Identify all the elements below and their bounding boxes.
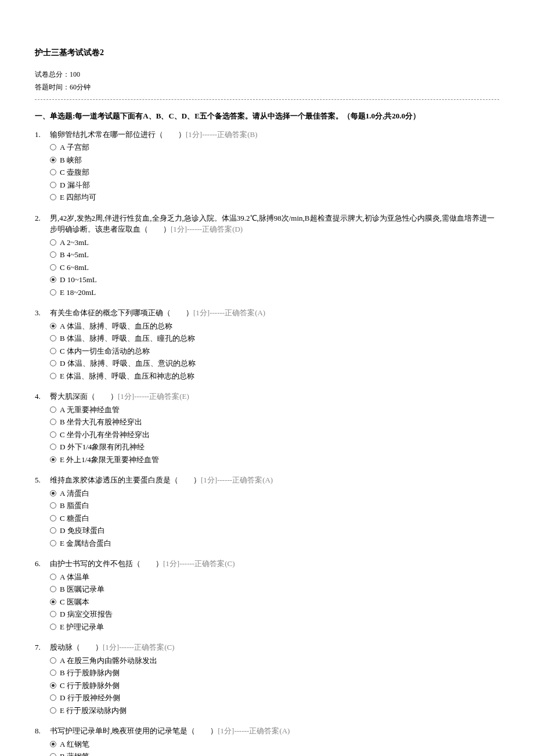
option[interactable]: A 子宫部 [50,142,499,153]
exam-title: 护士三基考试试卷2 [35,46,499,59]
option-label: B 蓝钢笔 [60,751,89,756]
option[interactable]: A 在股三角内由髂外动脉发出 [50,655,499,667]
option-label: A 2~3mL [60,237,89,249]
option[interactable]: D 10~15mL [50,274,499,286]
option[interactable]: A 红钢笔 [50,739,499,750]
radio-icon[interactable] [50,682,56,689]
question-stem: 书写护理记录单时,晚夜班使用的记录笔是（ ） [50,726,218,735]
option[interactable]: C 壶腹部 [50,167,499,178]
points-label: [1分] [218,726,234,735]
radio-icon[interactable] [50,694,56,701]
option[interactable]: A 无重要神经血管 [50,404,499,416]
radio-icon[interactable] [50,431,56,438]
radio-icon[interactable] [50,157,56,163]
option-label: C 体内一切生命活动的总称 [60,345,150,357]
option[interactable]: B 体温、脉搏、呼吸、血压、瞳孔的总称 [50,333,499,344]
question: 4.臀大肌深面（ ）[1分]------正确答案(E)A 无重要神经血管B 坐骨… [35,391,499,466]
radio-icon[interactable] [50,527,56,534]
radio-icon[interactable] [50,264,56,271]
radio-icon[interactable] [50,348,56,354]
option[interactable]: C 行于股静脉外侧 [50,680,499,692]
radio-icon[interactable] [50,515,56,521]
radio-icon[interactable] [50,194,56,200]
option[interactable]: B 脂蛋白 [50,500,499,512]
option[interactable]: E 体温、脉搏、呼吸、血压和神志的总称 [50,370,499,382]
option[interactable]: B 峡部 [50,154,499,166]
correct-answer-label: ------正确答案(A) [210,308,265,317]
radio-icon[interactable] [50,289,56,296]
option[interactable]: B 行于股静脉内侧 [50,667,499,679]
option[interactable]: B 坐骨大孔有股神经穿出 [50,416,499,428]
radio-icon[interactable] [50,335,56,341]
option[interactable]: B 医嘱记录单 [50,584,499,595]
radio-icon[interactable] [50,707,56,714]
radio-icon[interactable] [50,490,56,496]
option[interactable]: D 病室交班报告 [50,609,499,620]
radio-icon[interactable] [50,586,56,592]
radio-icon[interactable] [50,239,56,246]
option[interactable]: A 2~3mL [50,237,499,249]
option-label: B 医嘱记录单 [60,584,104,595]
option[interactable]: A 体温单 [50,571,499,583]
radio-icon[interactable] [50,276,56,283]
option-label: D 漏斗部 [60,179,90,191]
question: 6.由护士书写的文件不包括（ ）[1分]------正确答案(C)A 体温单B … [35,558,499,633]
radio-icon[interactable] [50,456,56,463]
radio-icon[interactable] [50,624,56,630]
option[interactable]: D 免疫球蛋白 [50,525,499,537]
option[interactable]: D 行于股神经外侧 [50,692,499,704]
question-text: 输卵管结扎术常在哪一部位进行（ ）[1分]------正确答案(B) [50,129,499,141]
radio-icon[interactable] [50,753,56,756]
option[interactable]: C 6~8mL [50,262,499,273]
radio-icon[interactable] [50,599,56,605]
option[interactable]: C 坐骨小孔有坐骨神经穿出 [50,429,499,441]
option[interactable]: C 糖蛋白 [50,513,499,524]
radio-icon[interactable] [50,251,56,258]
radio-icon[interactable] [50,169,56,175]
option[interactable]: A 清蛋白 [50,488,499,499]
option[interactable]: E 四部均可 [50,192,499,203]
option[interactable]: B 4~5mL [50,249,499,261]
radio-icon[interactable] [50,323,56,329]
option[interactable]: A 体温、脉搏、呼吸、血压的总称 [50,321,499,332]
option[interactable]: E 金属结合蛋白 [50,538,499,549]
question-text: 股动脉（ ）[1分]------正确答案(C) [50,642,499,653]
radio-icon[interactable] [50,373,56,379]
radio-icon[interactable] [50,741,56,747]
question-stem: 有关生命体征的概念下列哪项正确（ ） [50,308,193,317]
radio-icon[interactable] [50,502,56,509]
correct-answer-label: ------正确答案(B) [202,130,257,139]
radio-icon[interactable] [50,611,56,617]
option[interactable]: B 蓝钢笔 [50,751,499,756]
option[interactable]: D 体温、脉搏、呼吸、血压、意识的总称 [50,358,499,369]
option-label: C 壶腹部 [60,167,89,178]
question-number: 8. [35,725,50,756]
option[interactable]: C 医嘱本 [50,596,499,608]
question-stem: 男,42岁,发热2周,伴进行性贫血,全身乏力,急诊入院。体温39.2℃,脉搏98… [50,214,495,234]
option-label: A 子宫部 [60,142,89,153]
radio-icon[interactable] [50,419,56,425]
radio-icon[interactable] [50,657,56,664]
question: 3.有关生命体征的概念下列哪项正确（ ）[1分]------正确答案(A)A 体… [35,307,499,383]
question-number: 7. [35,642,50,717]
option[interactable]: D 外下1/4象限有闭孔神经 [50,441,499,453]
option[interactable]: C 体内一切生命活动的总称 [50,345,499,357]
radio-icon[interactable] [50,574,56,580]
radio-icon[interactable] [50,360,56,366]
radio-icon[interactable] [50,540,56,546]
radio-icon[interactable] [50,444,56,450]
points-label: [1分] [118,392,134,401]
radio-icon[interactable] [50,669,56,676]
question: 7.股动脉（ ）[1分]------正确答案(C)A 在股三角内由髂外动脉发出B… [35,642,499,717]
option[interactable]: E 18~20mL [50,287,499,298]
question-number: 5. [35,474,50,550]
radio-icon[interactable] [50,182,56,188]
radio-icon[interactable] [50,406,56,413]
option[interactable]: E 外上1/4象限无重要神经血管 [50,454,499,466]
option-label: C 医嘱本 [60,596,89,608]
option-label: A 体温、脉搏、呼吸、血压的总称 [60,321,172,332]
option[interactable]: E 护理记录单 [50,621,499,633]
option[interactable]: E 行于股深动脉内侧 [50,705,499,717]
radio-icon[interactable] [50,144,56,150]
option[interactable]: D 漏斗部 [50,179,499,191]
